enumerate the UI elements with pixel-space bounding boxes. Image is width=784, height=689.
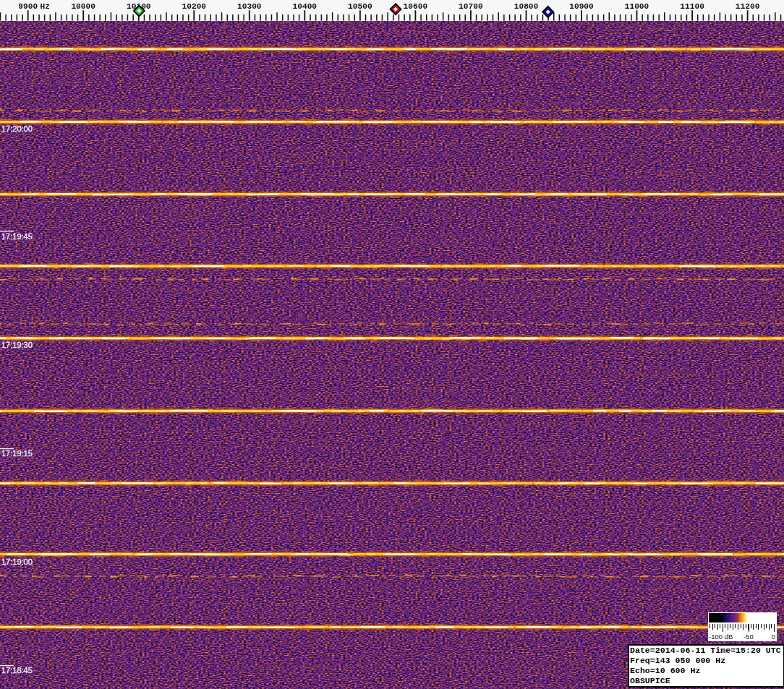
svg-text:10400: 10400 bbox=[293, 2, 318, 11]
svg-text:17:19:45: 17:19:45 bbox=[1, 232, 33, 241]
svg-text:10700: 10700 bbox=[459, 2, 483, 11]
svg-text:10500: 10500 bbox=[348, 2, 372, 11]
svg-text:11200: 11200 bbox=[736, 2, 760, 11]
svg-text:17:19:00: 17:19:00 bbox=[1, 557, 33, 566]
svg-text:9900: 9900 bbox=[18, 2, 38, 11]
svg-text:17:19:30: 17:19:30 bbox=[1, 341, 33, 349]
svg-text:10800: 10800 bbox=[514, 2, 539, 11]
svg-text:11100: 11100 bbox=[680, 2, 704, 11]
svg-text:10600: 10600 bbox=[404, 2, 428, 11]
svg-text:10000: 10000 bbox=[71, 2, 95, 11]
svg-text:17:18:45: 17:18:45 bbox=[1, 666, 33, 675]
svg-text:10200: 10200 bbox=[182, 2, 207, 11]
svg-text:10900: 10900 bbox=[569, 2, 594, 11]
svg-text:10300: 10300 bbox=[237, 2, 262, 11]
svg-text:17:19:15: 17:19:15 bbox=[1, 449, 33, 458]
svg-text:17:20:00: 17:20:00 bbox=[1, 124, 33, 133]
svg-text:11000: 11000 bbox=[625, 2, 649, 11]
svg-text:Hz: Hz bbox=[41, 2, 50, 11]
